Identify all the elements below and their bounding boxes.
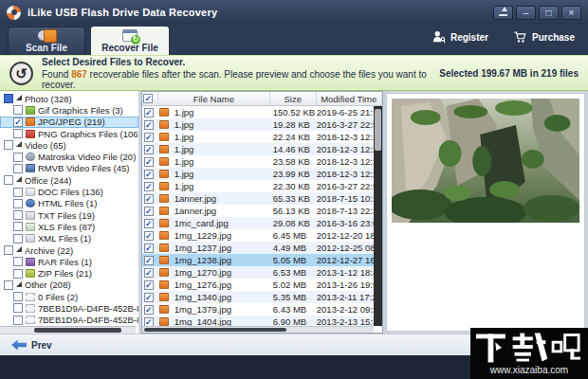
table-row[interactable]: ✓1mg_1270.jpg6.53 MB2013-1-12 18:42:12	[142, 266, 374, 279]
tree-scrollbar-thumb[interactable]	[34, 328, 121, 333]
minimize-button[interactable]: –	[516, 6, 536, 20]
tree-item-html-files[interactable]: HTML Files (1)	[0, 198, 138, 209]
tree-item-archive[interactable]: Archive (22)	[0, 244, 138, 256]
checkbox[interactable]	[13, 153, 23, 162]
row-checkbox[interactable]: ✓	[144, 194, 154, 204]
column-header-modified-time[interactable]: Modified Time	[317, 92, 382, 105]
row-checkbox[interactable]: ✓	[144, 231, 154, 241]
table-row[interactable]: ✓1.jpg23.58 KB2018-12-3 12:22:48	[142, 155, 374, 168]
checkbox[interactable]	[4, 175, 13, 185]
tree-item-matroska-video-file[interactable]: Matroska Video File (20)	[0, 151, 138, 162]
tree-item-7beb1d9a-d4fb-452b-881b-a1cec7d2[interactable]: 7BEB1D9A-D4FB-452B-881B-A1CEC7D2	[0, 315, 138, 326]
row-checkbox[interactable]: ✓	[144, 293, 154, 302]
checkbox[interactable]	[13, 222, 23, 231]
tree-horizontal-scrollbar[interactable]	[0, 326, 136, 334]
row-checkbox[interactable]: ✓	[144, 280, 154, 290]
row-checkbox[interactable]: ✓	[144, 219, 154, 228]
table-row[interactable]: ✓1.jpg22.24 KB2018-12-3 12:22:14	[142, 131, 374, 143]
table-row[interactable]: ✓1mg_1379.jpg6.43 MB2013-2-12 09:20:40	[142, 303, 374, 316]
tree-item-doc-files[interactable]: DOC Files (136)	[0, 186, 138, 197]
purchase-button[interactable]: Purchase	[513, 30, 575, 44]
tab-recover-file[interactable]: Recover File	[91, 27, 169, 55]
checkbox[interactable]	[13, 105, 23, 115]
table-horizontal-scrollbar[interactable]	[142, 326, 374, 333]
prev-button[interactable]: Prev	[11, 340, 52, 351]
expander-icon[interactable]	[16, 141, 22, 147]
tree-item-0-files[interactable]: 0 Files (2)	[0, 291, 138, 302]
table-row[interactable]: ✓1anner.jpg65.33 KB2018-7-15 10:18:58	[142, 192, 374, 205]
table-row[interactable]: ✓1mg_1238.jpg5.05 MB2012-12-27 16:38:44	[142, 254, 374, 266]
tree-item-xls-files[interactable]: XLS Files (87)	[0, 221, 138, 232]
tree-item-rmvb-video-files[interactable]: RMVB Video Files (45)	[0, 163, 138, 174]
update-button[interactable]	[493, 6, 513, 20]
tree-item-photo[interactable]: Photo (328)	[0, 93, 138, 104]
checkbox[interactable]	[13, 316, 23, 325]
row-checkbox[interactable]: ✓	[144, 133, 154, 142]
table-row[interactable]: ✓1mg_1340.jpg5.35 MB2013-2-11 17:28:24	[142, 291, 374, 303]
tree-item-xml-files[interactable]: XML Files (1)	[0, 233, 138, 244]
row-checkbox[interactable]: ✓	[144, 244, 154, 253]
tree-item-office[interactable]: Office (244)	[0, 174, 138, 186]
select-all-checkbox[interactable]: ✓	[143, 94, 153, 103]
checkbox[interactable]	[13, 129, 23, 138]
tree-item-other[interactable]: Other (208)	[0, 280, 138, 291]
column-header-file-name[interactable]: File Name	[158, 92, 270, 105]
checkbox[interactable]: ✓	[13, 117, 23, 127]
checkbox[interactable]	[13, 188, 23, 197]
row-checkbox[interactable]: ✓	[144, 207, 154, 216]
tree-item-7beb1d9a-d4fb-452b-881b-a1cec7d2[interactable]: 7BEB1D9A-D4FB-452B-881B-A1CEC7D2	[0, 302, 138, 314]
tree-item-gif-graphics-files[interactable]: Gif Graphics Files (3)	[0, 104, 138, 116]
checkbox[interactable]	[13, 234, 23, 244]
tree-item-txt-files[interactable]: TXT Files (19)	[0, 209, 138, 221]
table-row[interactable]: ✓1mg_1276.jpg5.02 MB2013-1-26 19:58:40	[142, 279, 374, 291]
row-checkbox[interactable]: ✓	[144, 182, 154, 191]
checkbox[interactable]	[13, 210, 23, 220]
expander-icon[interactable]	[16, 246, 22, 252]
checkbox[interactable]	[4, 245, 13, 255]
checkbox[interactable]	[4, 280, 13, 290]
row-checkbox[interactable]: ✓	[144, 170, 154, 179]
checkbox[interactable]	[13, 164, 23, 173]
checkbox[interactable]	[13, 303, 23, 313]
table-vscrollbar-thumb[interactable]	[375, 109, 381, 151]
checkbox[interactable]	[13, 199, 23, 208]
row-checkbox[interactable]: ✓	[144, 305, 154, 315]
checkbox[interactable]	[13, 257, 23, 266]
row-checkbox[interactable]: ✓	[144, 268, 154, 278]
tree-item-jpg-jpeg[interactable]: ✓JPG/JPEG (219)	[0, 117, 138, 128]
maximize-button[interactable]: □	[539, 6, 559, 20]
table-row[interactable]: ✓1.jpg23.99 KB2018-12-3 12:22:42	[142, 168, 374, 180]
checkbox[interactable]	[13, 269, 23, 279]
checkbox[interactable]	[13, 292, 23, 301]
checkbox[interactable]	[4, 140, 13, 150]
expander-icon[interactable]	[16, 95, 22, 100]
table-row[interactable]: ✓1mc_card.jpg29.08 KB2016-3-16 23:06:28	[142, 217, 374, 229]
row-checkbox[interactable]: ✓	[144, 317, 154, 327]
table-vertical-scrollbar[interactable]	[374, 106, 382, 326]
expander-icon[interactable]	[16, 176, 22, 182]
row-checkbox[interactable]: ✓	[144, 157, 154, 167]
table-row[interactable]: ✓1mg_1404.jpg6.90 MB2013-2-13 15:30:06	[142, 316, 374, 326]
table-row[interactable]: ✓1.jpg150.52 KB2019-6-25 21:10:14	[142, 106, 374, 118]
row-checkbox[interactable]: ✓	[144, 108, 154, 117]
tree-item-png-graphics-files[interactable]: PNG Graphics Files (106)	[0, 128, 138, 139]
table-hscrollbar-thumb[interactable]	[144, 328, 286, 332]
column-header-size[interactable]: Size	[270, 92, 317, 105]
tree-item-video[interactable]: Video (65)	[0, 139, 138, 151]
table-row[interactable]: ✓1anner.jpg56.13 KB2018-7-13 22:30:48	[142, 205, 374, 217]
table-row[interactable]: ✓1mg_1237.jpg4.49 MB2012-12-25 08:18:20	[142, 242, 374, 254]
tree-item-zip-files[interactable]: ZIP Files (21)	[0, 267, 138, 279]
register-button[interactable]: Register	[432, 30, 488, 44]
tab-scan-file[interactable]: Scan File	[8, 27, 85, 55]
checkbox[interactable]	[4, 94, 13, 103]
table-row[interactable]: ✓1.jpg22.30 KB2016-3-27 22:50:50	[142, 180, 374, 192]
table-row[interactable]: ✓1mg_1229.jpg6.45 MB2012-12-20 18:48:22	[142, 229, 374, 242]
table-row[interactable]: ✓1.jpg14.46 KB2018-12-3 12:20:28	[142, 143, 374, 155]
close-button[interactable]: ×	[561, 6, 581, 20]
row-checkbox[interactable]: ✓	[144, 120, 154, 130]
expander-icon[interactable]	[16, 281, 22, 287]
table-row[interactable]: ✓1.jpg19.28 KB2016-3-27 22:54:34	[142, 118, 374, 131]
row-checkbox[interactable]: ✓	[144, 256, 154, 265]
tree-item-rar-files[interactable]: RAR Files (1)	[0, 256, 138, 267]
row-checkbox[interactable]: ✓	[144, 145, 154, 154]
